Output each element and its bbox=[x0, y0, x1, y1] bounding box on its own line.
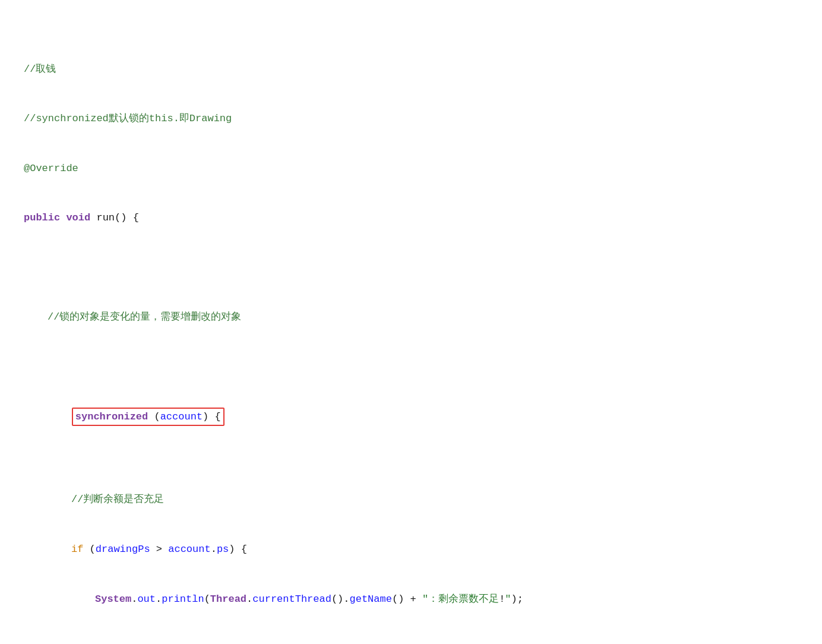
line-comment-qujian: //取钱 bbox=[24, 61, 798, 78]
code-block: //取钱 //synchronized默认锁的this.即Drawing @Ov… bbox=[24, 12, 798, 644]
line-comment-judge: //判断余额是否充足 bbox=[24, 491, 798, 508]
line-comment-lock: //锁的对象是变化的量，需要增删改的对象 bbox=[24, 308, 798, 326]
line-return: return; bbox=[24, 640, 798, 644]
line-comment-sync: //synchronized默认锁的this.即Drawing bbox=[24, 110, 798, 127]
line-override: @Override bbox=[24, 160, 798, 177]
line-synchronized: synchronized (account) { bbox=[24, 390, 798, 443]
line-public-run: public void run() { bbox=[24, 209, 798, 226]
line-if: if (drawingPs > account.ps) { bbox=[24, 541, 798, 558]
line-blank-1 bbox=[24, 259, 798, 276]
line-sysout-thread: System.out.println(Thread.currentThread(… bbox=[24, 591, 798, 608]
